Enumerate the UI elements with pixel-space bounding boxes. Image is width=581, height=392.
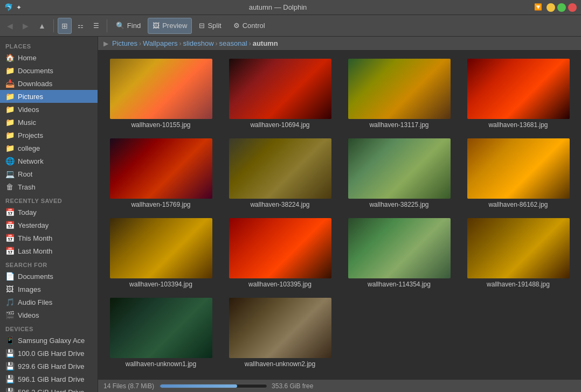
file-item[interactable]: wallhaven-10155.jpg xyxy=(103,56,218,131)
sidebar-item-docs[interactable]: 📄Documents xyxy=(0,270,98,283)
sidebar-icon-pictures: 📁 xyxy=(5,92,14,101)
sidebar-icon-yesterday: 📅 xyxy=(5,221,14,229)
search-for-list: 📄Documents🖼Images🎵Audio Files🎬Videos xyxy=(0,270,98,321)
view-detail-button[interactable]: ☰ xyxy=(89,18,103,34)
file-item[interactable]: wallhaven-38225.jpg xyxy=(342,136,456,211)
sidebar-label-yesterday: Yesterday xyxy=(18,221,49,229)
sidebar-item-home[interactable]: 🏠Home xyxy=(0,51,98,64)
sidebar-label-projects: Projects xyxy=(18,131,43,139)
sidebar-item-hd100[interactable]: 💾100.0 GiB Hard Drive xyxy=(0,347,98,360)
file-item[interactable]: wallhaven-unknown2.jpg xyxy=(223,295,337,370)
file-name: wallhaven-13117.jpg xyxy=(369,121,428,129)
file-item[interactable]: wallhaven-114354.jpg xyxy=(342,215,456,291)
sidebar-item-today[interactable]: 📅Today xyxy=(0,206,98,219)
sidebar-item-downloads[interactable]: 📥Downloads xyxy=(0,77,98,90)
file-item[interactable]: wallhaven-10694.jpg xyxy=(223,56,337,131)
window-icon-apps: ✦ xyxy=(16,4,22,11)
breadcrumb-item-pictures[interactable]: Pictures xyxy=(110,39,139,48)
sidebar-item-videos-search[interactable]: 🎬Videos xyxy=(0,309,98,321)
recently-saved-section-label: Recently Saved xyxy=(0,193,98,206)
sidebar-item-root[interactable]: 💻Root xyxy=(0,167,98,180)
sidebar-item-last-month[interactable]: 📅Last Month xyxy=(0,244,98,257)
file-thumbnail xyxy=(467,218,570,278)
sidebar-label-trash: Trash xyxy=(18,183,36,191)
sidebar-item-yesterday[interactable]: 📅Yesterday xyxy=(0,219,98,232)
file-item[interactable]: wallhaven-13681.jpg xyxy=(461,56,576,131)
file-thumbnail xyxy=(348,218,451,278)
sidebar-icon-projects: 📁 xyxy=(5,131,14,139)
sidebar-label-pictures: Pictures xyxy=(18,93,43,101)
view-compact-button[interactable]: ⚏ xyxy=(74,18,87,34)
sidebar-icon-root: 💻 xyxy=(5,170,14,178)
breadcrumb-separator: › xyxy=(216,40,218,47)
sidebar: Places 🏠Home📁Documents📥Downloads📁Picture… xyxy=(0,37,98,392)
sidebar-item-documents[interactable]: 📁Documents xyxy=(0,64,98,77)
sidebar-item-galaxy[interactable]: 📱Samsung Galaxy Ace xyxy=(0,334,98,347)
file-thumbnail xyxy=(110,218,212,278)
sidebar-label-hd596-1: 596.1 GiB Hard Drive xyxy=(18,375,85,383)
sidebar-item-pictures[interactable]: 📁Pictures xyxy=(0,90,98,103)
view-icons-button[interactable]: ⊞ xyxy=(58,18,72,34)
sidebar-item-hd596-2[interactable]: 💾596.2 GiB Hard Drive xyxy=(0,386,98,392)
split-button[interactable]: ⊟ Split xyxy=(194,18,226,34)
sidebar-icon-audio: 🎵 xyxy=(5,298,14,306)
file-item[interactable]: wallhaven-15769.jpg xyxy=(103,136,218,211)
sidebar-icon-downloads: 📥 xyxy=(5,79,14,88)
file-thumbnail xyxy=(110,138,212,199)
file-item[interactable]: wallhaven-38224.jpg xyxy=(223,136,337,211)
sidebar-label-images: Images xyxy=(18,285,41,293)
file-item[interactable]: wallhaven-103394.jpg xyxy=(103,215,218,291)
places-list: 🏠Home📁Documents📥Downloads📁Pictures📁Video… xyxy=(0,51,98,193)
devices-list: 📱Samsung Galaxy Ace💾100.0 GiB Hard Drive… xyxy=(0,334,98,392)
app-icon: 🐬 xyxy=(4,3,13,11)
file-item[interactable]: wallhaven-86162.jpg xyxy=(461,136,576,211)
file-thumbnail xyxy=(229,138,331,199)
sidebar-item-videos[interactable]: 📁Videos xyxy=(0,103,98,116)
recently-saved-list: 📅Today📅Yesterday📅This Month📅Last Month xyxy=(0,206,98,257)
breadcrumb: ▶ Pictures›Wallpapers›slideshow›seasonal… xyxy=(98,37,581,51)
close-button[interactable] xyxy=(568,3,577,12)
sidebar-item-images[interactable]: 🖼Images xyxy=(0,283,98,296)
storage-bar: 353.6 GiB free xyxy=(160,382,576,390)
breadcrumb-item-seasonal[interactable]: seasonal xyxy=(218,39,249,48)
sidebar-item-college[interactable]: 📁college xyxy=(0,142,98,155)
free-space-label: 353.6 GiB free xyxy=(272,382,313,390)
file-item[interactable]: wallhaven-13117.jpg xyxy=(342,56,456,131)
sidebar-label-hd929: 929.6 GiB Hard Drive xyxy=(18,362,85,370)
up-button[interactable]: ▲ xyxy=(34,18,50,34)
breadcrumb-item-slideshow[interactable]: slideshow xyxy=(182,39,216,48)
back-button[interactable]: ◀ xyxy=(3,18,17,34)
sidebar-icon-hd596-2: 💾 xyxy=(5,388,14,392)
sidebar-item-audio[interactable]: 🎵Audio Files xyxy=(0,296,98,309)
chevron-down-icon[interactable]: 🔽 xyxy=(534,3,542,12)
file-name: wallhaven-13681.jpg xyxy=(488,121,548,129)
sidebar-item-this-month[interactable]: 📅This Month xyxy=(0,232,98,244)
file-item[interactable]: wallhaven-103395.jpg xyxy=(223,215,337,291)
forward-button[interactable]: ▶ xyxy=(19,18,32,34)
sidebar-item-hd929[interactable]: 💾929.6 GiB Hard Drive xyxy=(0,360,98,373)
sidebar-item-hd596-1[interactable]: 💾596.1 GiB Hard Drive xyxy=(0,373,98,386)
preview-button[interactable]: 🖼 Preview xyxy=(148,18,192,34)
file-item[interactable]: wallhaven-unknown1.jpg xyxy=(103,295,218,370)
minimize-button[interactable] xyxy=(547,3,555,12)
search-icon: 🔍 xyxy=(116,22,124,30)
sidebar-icon-videos-search: 🎬 xyxy=(5,311,14,319)
control-button[interactable]: ⚙ Control xyxy=(229,18,270,34)
sidebar-icon-network: 🌐 xyxy=(5,157,14,165)
maximize-button[interactable] xyxy=(557,3,566,12)
sidebar-item-trash[interactable]: 🗑Trash xyxy=(0,180,98,193)
breadcrumb-item-wallpapers[interactable]: Wallpapers xyxy=(141,39,179,48)
file-thumbnail xyxy=(348,138,451,199)
sidebar-item-projects[interactable]: 📁Projects xyxy=(0,129,98,142)
window-controls: 🔽 xyxy=(534,3,577,12)
storage-bar-fill xyxy=(160,384,237,388)
file-item[interactable]: wallhaven-191488.jpg xyxy=(461,215,576,291)
file-thumbnail xyxy=(467,138,570,199)
sidebar-item-network[interactable]: 🌐Network xyxy=(0,155,98,167)
file-thumbnail xyxy=(110,298,212,358)
file-name: wallhaven-38225.jpg xyxy=(369,201,428,208)
sidebar-item-music[interactable]: 📁Music xyxy=(0,116,98,129)
file-thumbnail xyxy=(229,59,331,119)
find-button[interactable]: 🔍 Find xyxy=(111,18,146,34)
sidebar-label-today: Today xyxy=(18,208,37,216)
